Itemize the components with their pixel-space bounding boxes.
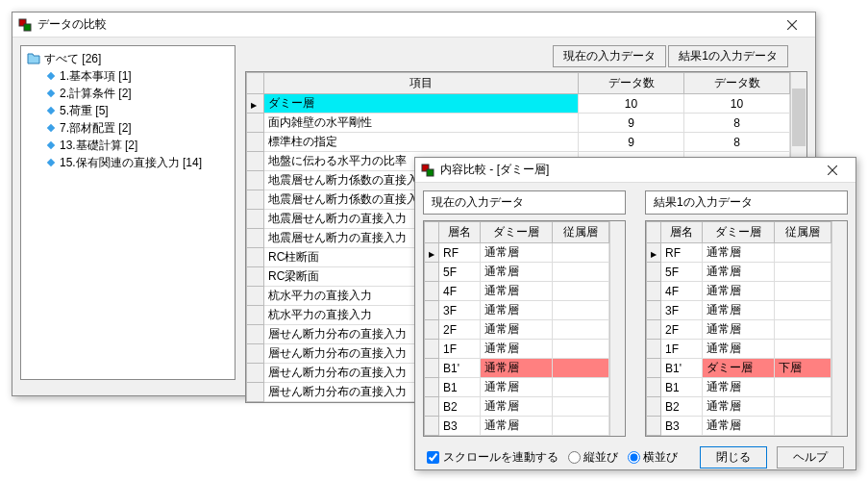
row-header[interactable] (647, 282, 661, 301)
table-row[interactable]: RF通常層 (425, 243, 609, 263)
cell-dep[interactable] (552, 243, 608, 263)
cell-dep[interactable] (552, 378, 608, 397)
cell-item[interactable]: 標準柱の指定 (264, 133, 579, 152)
row-header[interactable] (247, 267, 264, 287)
table-row[interactable]: B2通常層 (425, 397, 609, 417)
row-header[interactable] (647, 378, 661, 397)
cell-dummy[interactable]: 通常層 (481, 243, 553, 263)
table-row[interactable]: ダミー層1010 (247, 94, 790, 114)
cell-dummy[interactable]: 通常層 (481, 301, 553, 320)
row-header[interactable] (247, 190, 264, 210)
table-row[interactable]: B1通常層 (425, 378, 609, 397)
cell-dummy[interactable]: 通常層 (703, 320, 775, 340)
row-header[interactable] (247, 287, 264, 306)
table-row[interactable]: 4F通常層 (647, 282, 831, 301)
result1-data-button[interactable]: 結果1の入力データ (668, 45, 788, 67)
row-header[interactable] (247, 229, 264, 248)
tree-item[interactable]: 5.荷重 [5] (23, 102, 233, 119)
vertical-radio[interactable]: 縦並び (568, 449, 618, 466)
col-dummy[interactable]: ダミー層 (703, 222, 775, 243)
cell-floor[interactable]: 5F (661, 263, 703, 282)
cell-floor[interactable]: 2F (439, 320, 481, 340)
row-header[interactable] (425, 263, 439, 282)
cell-dummy[interactable]: 通常層 (703, 397, 775, 417)
cell-dep[interactable]: 下層 (774, 359, 831, 378)
cell-dummy[interactable]: 通常層 (481, 263, 553, 282)
cell-dep[interactable] (552, 320, 608, 340)
cell-floor[interactable]: 1F (661, 340, 703, 359)
cell-floor[interactable]: 4F (439, 282, 481, 301)
cell-dep[interactable] (552, 301, 608, 320)
col-floor[interactable]: 層名 (661, 222, 703, 243)
cell-dummy[interactable]: 通常層 (481, 359, 553, 378)
cell-dummy[interactable]: ダミー層 (703, 359, 775, 378)
table-row[interactable]: 面内雑壁の水平剛性98 (247, 114, 790, 133)
col-dep[interactable]: 従属層 (774, 222, 831, 243)
row-header[interactable] (247, 325, 264, 344)
cell-data1[interactable]: 9 (579, 133, 684, 152)
cell-dummy[interactable]: 通常層 (481, 417, 553, 436)
row-header[interactable] (247, 133, 264, 152)
table-row[interactable]: 1F通常層 (647, 340, 831, 359)
table-row[interactable]: B2通常層 (647, 397, 831, 417)
sync-scroll-input[interactable] (427, 451, 439, 464)
col-item[interactable]: 項目 (264, 73, 579, 94)
cell-floor[interactable]: B1' (439, 359, 481, 378)
table-row[interactable]: RF通常層 (647, 243, 831, 263)
table-row[interactable]: 4F通常層 (425, 282, 609, 301)
table-row[interactable]: 1F通常層 (425, 340, 609, 359)
cell-dummy[interactable]: 通常層 (703, 417, 775, 436)
cell-floor[interactable]: B2 (439, 397, 481, 417)
row-header[interactable] (647, 301, 661, 320)
cell-floor[interactable]: RF (439, 243, 481, 263)
close-icon[interactable] (775, 15, 809, 35)
cell-floor[interactable]: B1 (661, 378, 703, 397)
row-header[interactable] (647, 417, 661, 436)
cell-dep[interactable] (552, 397, 608, 417)
table-row[interactable]: B1'通常層 (425, 359, 609, 378)
cell-dummy[interactable]: 通常層 (481, 378, 553, 397)
cell-floor[interactable]: 2F (661, 320, 703, 340)
cell-dep[interactable] (774, 282, 831, 301)
horizontal-radio[interactable]: 横並び (628, 449, 678, 466)
cell-floor[interactable]: 4F (661, 282, 703, 301)
cell-dummy[interactable]: 通常層 (481, 282, 553, 301)
col-dep[interactable]: 従属層 (552, 222, 608, 243)
table-row[interactable]: B1'ダミー層下層 (647, 359, 831, 378)
cell-dep[interactable] (774, 397, 831, 417)
cell-dummy[interactable]: 通常層 (703, 263, 775, 282)
tree-item[interactable]: 7.部材配置 [2] (23, 119, 233, 137)
cell-dummy[interactable]: 通常層 (703, 243, 775, 263)
cell-floor[interactable]: B1' (661, 359, 703, 378)
row-header[interactable] (247, 152, 264, 171)
row-header[interactable] (425, 378, 439, 397)
cell-dummy[interactable]: 通常層 (703, 282, 775, 301)
table-row[interactable]: B3通常層 (647, 417, 831, 436)
cell-dep[interactable] (774, 263, 831, 282)
row-header[interactable] (425, 340, 439, 359)
cell-dummy[interactable]: 通常層 (703, 378, 775, 397)
cell-dep[interactable] (774, 340, 831, 359)
cell-dep[interactable] (552, 263, 608, 282)
close-button[interactable]: 閉じる (700, 446, 767, 468)
table-row[interactable]: 5F通常層 (425, 263, 609, 282)
row-header[interactable] (647, 243, 661, 263)
table-row[interactable]: 3F通常層 (425, 301, 609, 320)
row-header[interactable] (247, 364, 264, 383)
cell-dep[interactable] (774, 320, 831, 340)
table-row[interactable]: 2F通常層 (647, 320, 831, 340)
current-data-button[interactable]: 現在の入力データ (553, 45, 666, 67)
left-grid[interactable]: 層名 ダミー層 従属層 RF通常層5F通常層4F通常層3F通常層2F通常層1F通… (423, 220, 626, 437)
col-data2[interactable]: データ数 (684, 73, 790, 94)
cell-floor[interactable]: B3 (661, 417, 703, 436)
vertical-radio-input[interactable] (568, 451, 581, 464)
cell-dep[interactable] (552, 282, 608, 301)
row-header[interactable] (425, 243, 439, 263)
cell-data2[interactable]: 8 (684, 133, 790, 152)
row-header[interactable] (647, 263, 661, 282)
row-header[interactable] (425, 359, 439, 378)
cell-data1[interactable]: 10 (579, 94, 684, 114)
row-header[interactable] (647, 359, 661, 378)
table-row[interactable]: 2F通常層 (425, 320, 609, 340)
col-dummy[interactable]: ダミー層 (481, 222, 553, 243)
